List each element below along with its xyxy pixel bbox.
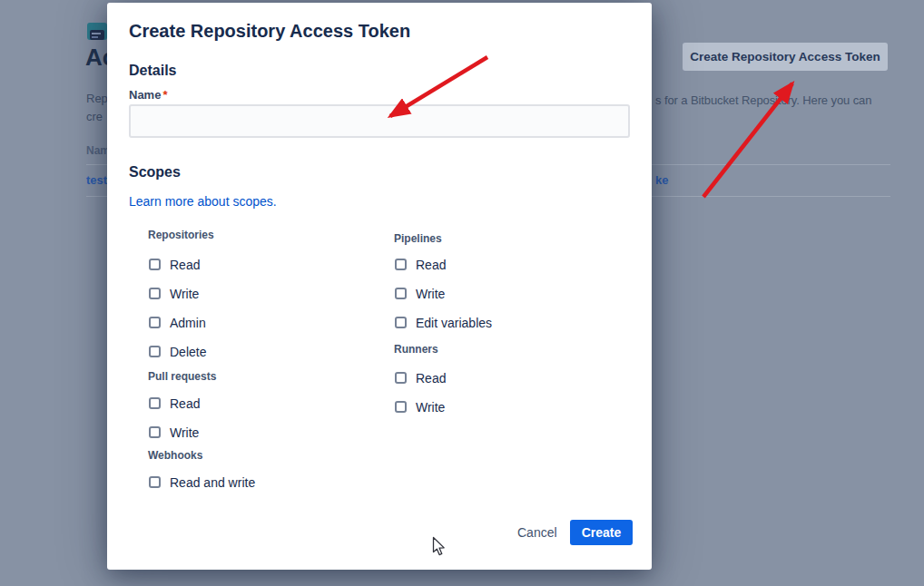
scope-row-webhooks-read-and-write[interactable]: Read and write [149,475,255,489]
scope-row-runners-write[interactable]: Write [395,400,445,414]
create-repository-access-token-modal: Create Repository Access Token Details N… [107,3,652,570]
required-asterisk: * [161,88,167,102]
scope-group-runners: Runners [394,343,438,356]
scope-group-webhooks: Webhooks [148,449,202,462]
scope-row-pipelines-edit-variables[interactable]: Edit variables [395,316,492,329]
checkbox-pull-requests-read[interactable] [149,397,161,409]
checkbox-pipelines-write[interactable] [395,288,407,299]
scope-row-pull-requests-read[interactable]: Read [149,396,200,410]
scope-column-right: Pipelines Read Write Edit variables Runn… [394,229,621,501]
checkbox-pull-requests-write[interactable] [149,426,161,438]
access-token-card-icon [87,23,107,40]
modal-title: Create Repository Access Token [129,21,410,42]
table-border [86,164,107,165]
token-action-link[interactable]: ke [655,173,668,187]
intro-text-right: s for a Bitbucket Repository. Here you c… [655,93,871,107]
scope-row-repositories-read[interactable]: Read [149,258,200,271]
details-heading: Details [129,63,176,79]
scopes-heading: Scopes [129,164,181,181]
intro-text-left: Rep cre [86,90,108,126]
checkbox-repositories-read[interactable] [149,259,161,270]
scope-row-pipelines-write[interactable]: Write [395,287,445,300]
scope-group-pull-requests: Pull requests [148,370,216,383]
create-repository-access-token-button[interactable]: Create Repository Access Token [683,43,888,71]
intro-line-2: cre [86,108,108,126]
scope-row-repositories-admin[interactable]: Admin [149,316,206,329]
name-field-label: Name* [129,88,167,102]
checkbox-repositories-delete[interactable] [149,346,161,357]
scope-group-pipelines: Pipelines [394,232,442,245]
scope-row-pipelines-read[interactable]: Read [395,258,446,271]
scope-group-repositories: Repositories [148,229,214,241]
checkbox-repositories-admin[interactable] [149,317,161,328]
cancel-button[interactable]: Cancel [512,523,563,542]
create-button[interactable]: Create [570,520,633,545]
checkbox-repositories-write[interactable] [149,288,161,299]
token-name-link[interactable]: test [86,173,107,187]
checkbox-runners-write[interactable] [395,401,407,413]
scope-row-repositories-delete[interactable]: Delete [149,345,206,358]
name-input[interactable] [129,104,630,138]
scope-row-pull-requests-write[interactable]: Write [149,425,199,439]
table-border [652,164,890,165]
checkbox-webhooks-read-and-write[interactable] [149,476,161,488]
intro-line-1: Rep [86,90,108,108]
checkbox-runners-read[interactable] [395,372,407,384]
scope-row-repositories-write[interactable]: Write [149,287,199,300]
scope-row-runners-read[interactable]: Read [395,371,446,385]
table-border [86,196,107,197]
screen: Ac Rep cre s for a Bitbucket Repository.… [0,0,924,586]
table-border [652,196,890,197]
learn-more-about-scopes-link[interactable]: Learn more about scopes. [129,194,277,209]
scope-column-left: Repositories Read Write Admin Delete Pul… [148,229,375,501]
checkbox-pipelines-read[interactable] [395,259,407,270]
checkbox-pipelines-edit-variables[interactable] [395,317,407,328]
